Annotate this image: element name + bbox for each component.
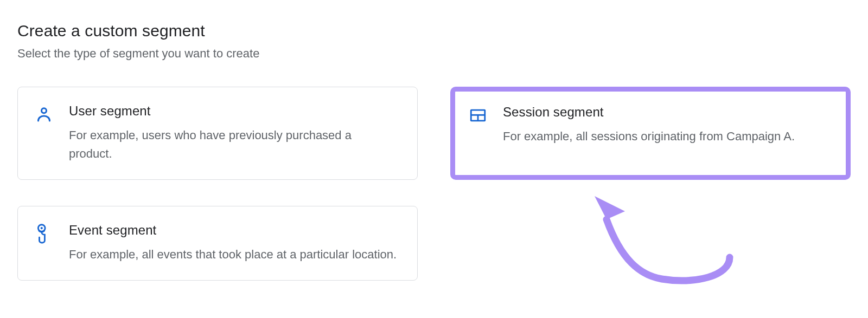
session-segment-card[interactable]: Session segment For example, all session… xyxy=(450,87,851,180)
card-title: Event segment xyxy=(69,223,398,238)
user-icon xyxy=(34,105,54,124)
svg-point-0 xyxy=(42,108,47,113)
svg-point-6 xyxy=(41,227,43,229)
card-description: For example, all events that took place … xyxy=(69,245,398,264)
card-description: For example, users who have previously p… xyxy=(69,126,398,163)
event-segment-card[interactable]: Event segment For example, all events th… xyxy=(17,206,418,281)
svg-rect-3 xyxy=(472,116,477,120)
card-title: Session segment xyxy=(503,105,829,120)
page-subtitle: Select the type of segment you want to c… xyxy=(17,47,851,61)
card-content: Event segment For example, all events th… xyxy=(69,223,398,264)
card-content: User segment For example, users who have… xyxy=(69,103,398,163)
svg-rect-4 xyxy=(478,116,484,120)
svg-rect-2 xyxy=(472,111,484,114)
user-segment-card[interactable]: User segment For example, users who have… xyxy=(17,87,418,180)
segment-cards-grid: User segment For example, users who have… xyxy=(17,87,851,281)
event-icon xyxy=(34,224,54,243)
session-icon xyxy=(468,106,488,125)
card-description: For example, all sessions originating fr… xyxy=(503,127,829,146)
card-title: User segment xyxy=(69,103,398,119)
card-content: Session segment For example, all session… xyxy=(503,105,829,146)
page-title: Create a custom segment xyxy=(17,22,851,40)
